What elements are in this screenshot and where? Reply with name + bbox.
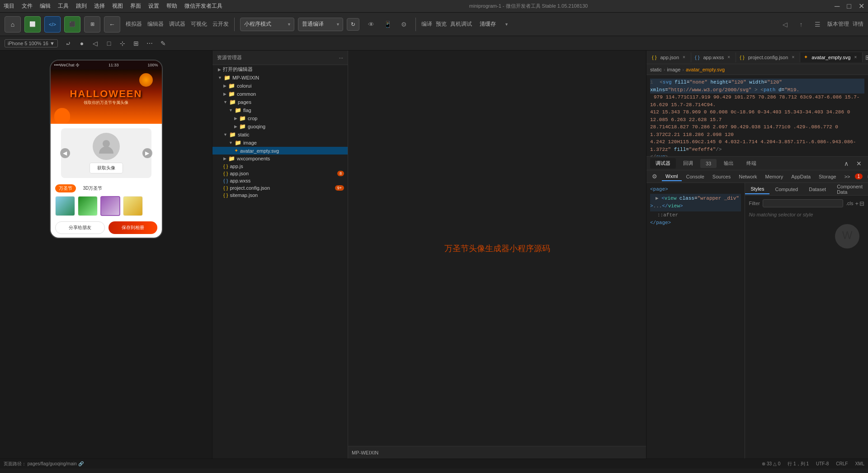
more-tabs-btn2[interactable]: >>: [841, 173, 854, 181]
code-editor[interactable]: 1 <svg fill="none" height="120" width="1…: [646, 75, 868, 156]
app-wxss-file[interactable]: { } app.wxss: [212, 177, 348, 184]
opened-editors-section[interactable]: ▶ 打开的编辑器: [212, 65, 348, 74]
window-maximize[interactable]: □: [847, 2, 851, 10]
home-small-btn[interactable]: □: [104, 38, 114, 48]
rotate-icon-btn[interactable]: ⤾: [63, 38, 73, 48]
count-badge[interactable]: 33: [700, 159, 717, 168]
arrow-left-btn[interactable]: ◁: [778, 18, 791, 31]
storage-tab[interactable]: Storage: [815, 173, 840, 181]
next-avatar-btn[interactable]: ▶: [142, 148, 152, 158]
tab-app-wxss[interactable]: { } app.wxss ×: [691, 52, 736, 62]
menu-item-interface[interactable]: 界面: [130, 2, 141, 10]
output-tab[interactable]: 输出: [718, 158, 739, 169]
dataset-tab[interactable]: Dataset: [803, 185, 831, 194]
tab-app-json[interactable]: { } app.json ×: [648, 52, 691, 62]
device-selector[interactable]: iPhone 5 100% 16 ▼: [5, 39, 58, 47]
console-tab[interactable]: Console: [683, 173, 708, 181]
get-avatar-button[interactable]: 获取头像: [90, 163, 123, 173]
devtools-minimize-btn[interactable]: ∧: [841, 158, 852, 169]
project-config-file[interactable]: { } project.config.json 9+: [212, 184, 348, 192]
editor-button[interactable]: </>: [44, 16, 61, 33]
back-button[interactable]: ←: [104, 16, 120, 33]
share-btn[interactable]: ⊹: [118, 38, 127, 48]
window-close[interactable]: ✕: [859, 2, 864, 10]
breadcrumb-part1[interactable]: static: [650, 67, 662, 72]
app-json-file[interactable]: { } app.json 8: [212, 170, 348, 177]
filter-input[interactable]: [763, 199, 843, 207]
menu-item-settings[interactable]: 设置: [148, 2, 159, 10]
icon-settings-btn[interactable]: ⚙: [648, 172, 661, 181]
menu-item-goto[interactable]: 跳到: [76, 2, 87, 10]
window-minimize[interactable]: ─: [835, 2, 840, 10]
app-js-file[interactable]: { } app.js: [212, 163, 348, 170]
memory-tab[interactable]: Memory: [762, 173, 787, 181]
back-small-btn[interactable]: ◁: [90, 38, 100, 48]
simulator-button[interactable]: ⬜: [24, 16, 41, 33]
menu-item-file[interactable]: 文件: [22, 2, 33, 10]
debugger-button[interactable]: ⬛: [64, 16, 80, 33]
tab-project-config[interactable]: { } project.config.json ×: [736, 52, 800, 62]
close-app-json-btn[interactable]: ×: [681, 54, 687, 61]
computed-tab[interactable]: Computed: [769, 185, 803, 194]
menu-btn[interactable]: ☰: [811, 18, 824, 31]
split-view-btn[interactable]: ⊞: [863, 52, 868, 63]
3d-halloween-tab[interactable]: 3D万圣节: [80, 184, 106, 192]
compile-tab[interactable]: 编译: [421, 20, 432, 28]
appdata-tab[interactable]: AppData: [788, 173, 814, 181]
edit-style-btn[interactable]: ⊟: [859, 200, 864, 207]
expand-label[interactable]: MP-WEIXIN: [352, 450, 378, 455]
preview-tab[interactable]: 预览: [436, 20, 447, 28]
terminal-tab[interactable]: 终端: [741, 158, 762, 169]
prev-avatar-btn[interactable]: ◀: [60, 148, 70, 158]
brush-btn[interactable]: ✎: [158, 38, 168, 48]
static-folder[interactable]: ▼ 📁 static: [212, 131, 348, 139]
compile-dropdown[interactable]: 普通编译 ▼: [298, 18, 343, 31]
wxml-line-2[interactable]: ▶ <view class="wrapper _div" >...</view>: [650, 194, 741, 211]
component-data-tab[interactable]: Component Data: [831, 182, 868, 197]
debugger-tab[interactable]: 调试器: [650, 158, 676, 169]
refresh-button[interactable]: ↻: [347, 18, 359, 31]
add-style-btn[interactable]: +: [855, 200, 859, 207]
avatar-svg-file[interactable]: ✦ avatar_empty.svg: [212, 147, 348, 155]
menu-item-edit[interactable]: 编辑: [40, 2, 51, 10]
mode-dropdown[interactable]: 小程序模式 ▼: [240, 18, 294, 31]
more2-btn[interactable]: ⋯: [145, 38, 155, 48]
page-path[interactable]: pages/flag/guoqing/main: [28, 461, 77, 466]
theme-thumb-3[interactable]: [100, 196, 120, 216]
share-friends-button[interactable]: 分享给朋友: [55, 221, 105, 234]
sitemap-file[interactable]: { } sitemap.json: [212, 192, 348, 199]
check-tab[interactable]: 真机调试: [450, 20, 472, 28]
close-avatar-svg-btn[interactable]: ×: [852, 54, 859, 61]
network-tab[interactable]: Network: [735, 173, 760, 181]
colorui-folder[interactable]: ▶ 📁 colorui: [212, 82, 348, 90]
common-folder[interactable]: ▶ 📁 common: [212, 90, 348, 98]
eye-button[interactable]: 👁: [365, 18, 377, 31]
guoqing-folder[interactable]: ▶ 📁 guoqing: [212, 122, 348, 131]
phone-button[interactable]: 📱: [381, 18, 394, 31]
styles-tab[interactable]: Styles: [745, 184, 769, 194]
menu-item-select[interactable]: 选择: [94, 2, 105, 10]
close-project-config-btn[interactable]: ×: [790, 54, 796, 61]
wifi-btn[interactable]: ⊞: [131, 38, 141, 48]
tab-avatar-svg[interactable]: ✦ avatar_empty.svg ×: [800, 52, 863, 62]
flag-folder[interactable]: ▼ 📁 flag: [212, 106, 348, 114]
theme-thumb-4[interactable]: [123, 196, 143, 216]
save-album-button[interactable]: 保存到相册: [108, 221, 157, 234]
devtools-settings-btn[interactable]: ⚙: [864, 171, 868, 182]
breadcrumb-part2[interactable]: image: [667, 67, 680, 72]
menu-item-wechat[interactable]: 微信开发者工具: [184, 2, 222, 10]
home-button[interactable]: ⌂: [5, 16, 21, 33]
menu-item-project[interactable]: 项目: [4, 2, 14, 10]
halloween-tab[interactable]: 万圣节: [55, 184, 76, 192]
detail-tab[interactable]: 详情: [853, 20, 863, 28]
menu-item-tools[interactable]: 工具: [58, 2, 69, 10]
explorer-menu-icon[interactable]: ···: [339, 55, 343, 61]
menu-item-view[interactable]: 视图: [112, 2, 123, 10]
version-tab[interactable]: 版本管理: [827, 20, 849, 28]
pages-folder[interactable]: ▼ 📁 pages: [212, 98, 348, 106]
theme-thumb-2[interactable]: [78, 196, 98, 216]
crop-folder[interactable]: ▶ 📁 crop: [212, 114, 348, 122]
wxcomponents-folder[interactable]: ▶ 📁 wxcomponents: [212, 155, 348, 163]
close-app-wxss-btn[interactable]: ×: [726, 54, 732, 61]
menu-item-help[interactable]: 帮助: [166, 2, 177, 10]
